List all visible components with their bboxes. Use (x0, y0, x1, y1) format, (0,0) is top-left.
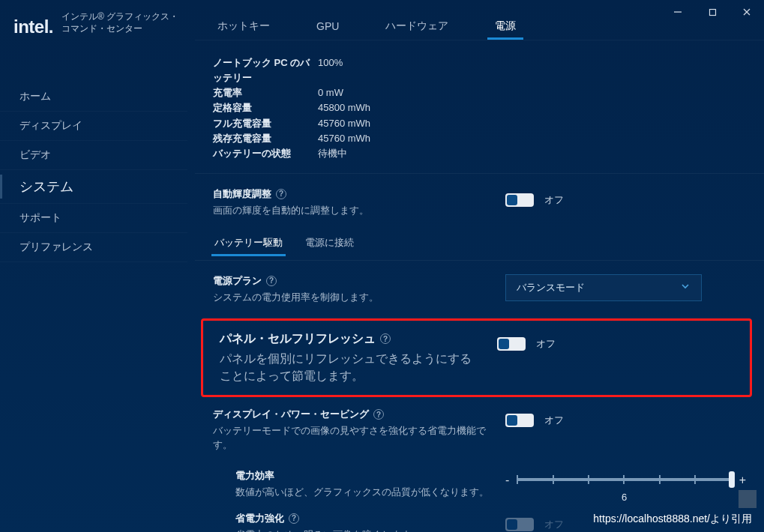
power-efficiency-value: 6 (517, 492, 731, 503)
display-power-saving-desc: バッテリーモードでの画像の見やすさを強化する省電力機能です。 (213, 424, 490, 453)
help-icon[interactable]: ? (289, 513, 299, 524)
app-logo: intel. (13, 16, 53, 37)
help-icon[interactable]: ? (380, 333, 391, 344)
design-capacity-value: 45800 mWh (318, 100, 370, 115)
status-value: 待機中 (318, 146, 347, 161)
auto-brightness-state: オフ (544, 193, 564, 207)
watermark: https://localhost8888.net/より引用 (593, 513, 752, 526)
sidebar-item-support[interactable]: サポート (0, 204, 187, 233)
panel-self-refresh-title: パネル・セルフリフレッシュ (220, 331, 376, 347)
slider-minus: - (505, 472, 509, 487)
display-power-saving-title: ディスプレイ・パワー・セービング (213, 408, 369, 421)
enhanced-power-saving-toggle (505, 518, 534, 531)
tab-power[interactable]: 電源 (490, 12, 520, 39)
top-tabs: ホットキー GPU ハードウェア 電源 (195, 10, 764, 40)
enhanced-power-saving-title: 省電力強化 (235, 512, 284, 525)
status-label: バッテリーの状態 (213, 146, 318, 161)
display-power-saving-state: オフ (544, 414, 564, 427)
power-efficiency-title: 電力効率 (235, 469, 274, 483)
sidebar-item-system[interactable]: システム (0, 170, 187, 204)
tab-hardware[interactable]: ハードウェア (381, 12, 453, 39)
auto-brightness-desc: 画面の輝度を自動的に調整します。 (213, 204, 490, 218)
power-efficiency-desc: 数値が高いほど、グラフィックスの品質が低くなります。 (235, 486, 490, 500)
sidebar: ホーム ディスプレイ ビデオ システム サポート プリファレンス (0, 82, 187, 262)
auto-brightness-title: 自動輝度調整 (213, 187, 271, 201)
sub-tabs: バッテリー駆動 電源に接続 (195, 227, 764, 256)
tab-hotkeys[interactable]: ホットキー (213, 12, 274, 39)
sidebar-item-video[interactable]: ビデオ (0, 141, 187, 170)
auto-brightness-toggle[interactable] (505, 193, 534, 207)
remaining-value: 45760 mWh (318, 131, 370, 146)
subtab-battery[interactable]: バッテリー駆動 (213, 230, 284, 256)
main-panel: ホットキー GPU ハードウェア 電源 ノートブック PC のバッテリー100%… (195, 10, 764, 532)
display-power-saving-toggle[interactable] (505, 414, 534, 427)
power-plan-dropdown[interactable]: バランスモード (505, 274, 702, 301)
subtab-plugged[interactable]: 電源に接続 (304, 230, 355, 256)
enhanced-power-saving-state: オフ (544, 518, 564, 531)
highlighted-section: パネル・セルフリフレッシュ ? パネルを個別にリフレッシュできるようにすることに… (201, 318, 752, 397)
charge-rate-value: 0 mW (318, 85, 343, 100)
design-capacity-label: 定格容量 (213, 100, 318, 115)
battery-info: ノートブック PC のバッテリー100% 充電率0 mW 定格容量45800 m… (195, 40, 764, 169)
tab-gpu[interactable]: GPU (312, 13, 343, 38)
panel-self-refresh-state: オフ (536, 337, 556, 351)
chevron-down-icon (680, 281, 691, 294)
power-efficiency-slider[interactable]: 6 (517, 472, 731, 503)
help-icon[interactable]: ? (373, 409, 384, 420)
battery-value: 100% (318, 55, 343, 85)
slider-plus: + (739, 472, 746, 487)
app-title: インテル® グラフィックス・コマンド・センター (61, 10, 181, 34)
remaining-label: 残存充電容量 (213, 131, 318, 146)
power-plan-desc: システムの電力使用率を制御します。 (213, 291, 490, 305)
help-icon[interactable]: ? (276, 189, 286, 199)
power-plan-title: 電源プラン (213, 274, 262, 288)
full-charge-value: 45760 mWh (318, 116, 370, 131)
scroll-button[interactable] (739, 490, 757, 508)
full-charge-label: フル充電容量 (213, 116, 318, 131)
sidebar-item-preferences[interactable]: プリファレンス (0, 233, 187, 262)
panel-self-refresh-desc: パネルを個別にリフレッシュできるようにすることによって節電します。 (220, 350, 482, 384)
slider-handle[interactable] (729, 471, 735, 488)
charge-rate-label: 充電率 (213, 85, 318, 100)
enhanced-power-saving-desc: 省電力のため、明るい画像を暗くします。 (235, 528, 490, 532)
battery-label: ノートブック PC のバッテリー (213, 55, 318, 85)
help-icon[interactable]: ? (266, 276, 277, 286)
power-plan-value: バランスモード (517, 281, 585, 294)
panel-self-refresh-toggle[interactable] (497, 337, 526, 351)
sidebar-item-home[interactable]: ホーム (0, 82, 187, 112)
sidebar-item-display[interactable]: ディスプレイ (0, 112, 187, 141)
